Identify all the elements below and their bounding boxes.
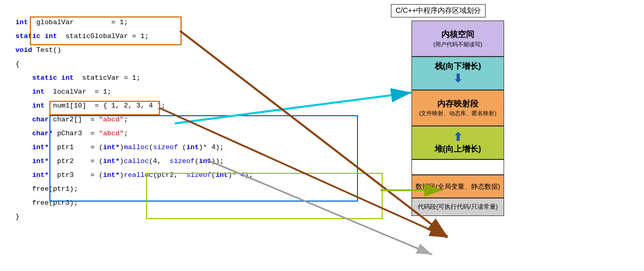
kernel-label: 内核空间 xyxy=(441,29,474,40)
mmap-sublabel: (文件映射、动态库、匿名映射) xyxy=(419,110,496,117)
heap-segment: ⬆ 堆(向上增长) xyxy=(412,126,504,159)
heap-label: 堆(向上增长) xyxy=(435,144,481,155)
kernel-sublabel: (用户代码不能读写) xyxy=(433,41,482,48)
code-line-12: int* ptr3 = (int*)realloc(ptr2, sizeof(i… xyxy=(15,168,365,182)
code-line-7: int num1[10] = { 1, 2, 3, 4 }; xyxy=(15,99,365,113)
code-line-9: char* pChar3 = "abcd"; xyxy=(15,127,365,140)
code-line-2: static int staticGlobalVar = 1; xyxy=(15,29,365,43)
code-line-5: static int staticVar = 1; xyxy=(15,71,365,85)
code-area: int globalVar = 1; static int staticGlob… xyxy=(15,15,365,224)
heap-arrow-icon: ⬆ xyxy=(453,131,462,144)
mmap-segment: 内存映射段 (文件映射、动态库、匿名映射) xyxy=(412,90,504,126)
code-line-11: int* ptr2 = (int*)calloc(4, sizeof(int))… xyxy=(15,154,365,168)
code-line-15: } xyxy=(15,210,365,224)
data-segment: 数据段(全局变量、静态数据) xyxy=(412,175,504,198)
stack-label: 栈(向下增长) xyxy=(435,61,481,72)
code-label: 代码段(可执行代码/只读常量) xyxy=(418,203,497,211)
code-line-3: void Test() xyxy=(15,43,365,57)
page-title: C/C++中程序内存区域划分 xyxy=(391,4,486,17)
code-line-4: { xyxy=(15,57,365,71)
kernel-segment: 内核空间 (用户代码不能读写) xyxy=(412,21,504,57)
code-line-6: int localVar = 1; xyxy=(15,85,365,99)
code-line-14: free(ptr3); xyxy=(15,196,365,210)
code-line-8: char char2[] = "abcd"; xyxy=(15,113,365,127)
data-label: 数据段(全局变量、静态数据) xyxy=(416,182,500,191)
code-line-13: free(ptr1); xyxy=(15,182,365,196)
code-line-1: int globalVar = 1; xyxy=(15,15,365,29)
stack-segment: 栈(向下增长) ⬇ xyxy=(412,57,504,90)
code-line-10: int* ptr1 = (int*)malloc(sizeof (int)* 4… xyxy=(15,140,365,154)
empty-segment xyxy=(412,159,504,175)
memory-diagram: 内核空间 (用户代码不能读写) 栈(向下增长) ⬇ 内存映射段 (文件映射、动态… xyxy=(401,21,504,216)
stack-arrow-icon: ⬇ xyxy=(453,72,462,85)
code-segment: 代码段(可执行代码/只读常量) xyxy=(412,198,504,216)
mmap-label: 内存映射段 xyxy=(437,99,478,110)
